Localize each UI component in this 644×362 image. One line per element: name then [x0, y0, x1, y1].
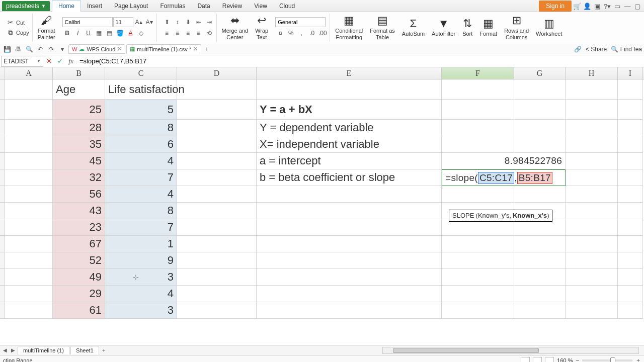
cell[interactable]: [5, 286, 53, 302]
cell[interactable]: [618, 79, 643, 100]
cell-age[interactable]: 56: [53, 186, 105, 203]
maximize-icon[interactable]: ▢: [633, 2, 642, 11]
cell-e[interactable]: [257, 286, 442, 302]
menu-view[interactable]: View: [248, 1, 273, 12]
cell-life-sat[interactable]: 4: [105, 186, 177, 203]
cell[interactable]: [566, 302, 618, 319]
name-box[interactable]: ETADIST▼: [1, 56, 43, 67]
cell-life-sat[interactable]: 4: [105, 286, 177, 302]
cell[interactable]: [618, 120, 643, 136]
font-name-select[interactable]: [62, 17, 113, 27]
menu-formulas[interactable]: Formulas: [154, 1, 191, 12]
cell[interactable]: [177, 203, 257, 219]
cell[interactable]: [5, 203, 53, 219]
cell-age[interactable]: 61: [53, 302, 105, 319]
sheet-tab-1[interactable]: multiTimeline (1): [18, 346, 69, 354]
align-center-icon[interactable]: ≡: [173, 28, 183, 38]
grow-font-icon[interactable]: A▴: [134, 17, 144, 27]
inc-decimal-icon[interactable]: .0: [307, 28, 317, 38]
sort-button[interactable]: ⇅Sort: [460, 14, 474, 42]
menu-review[interactable]: Review: [216, 1, 248, 12]
cell[interactable]: [618, 153, 643, 169]
cell-life-sat[interactable]: 7: [105, 219, 177, 236]
cell[interactable]: [442, 302, 514, 319]
col-header-d[interactable]: D: [177, 67, 257, 79]
cell[interactable]: [5, 100, 53, 120]
cell-life-sat[interactable]: 7: [105, 169, 177, 186]
cell[interactable]: [618, 236, 643, 252]
menu-cloud[interactable]: Cloud: [273, 1, 301, 12]
cell-age[interactable]: 45: [53, 153, 105, 169]
close-tab-icon[interactable]: ✕: [193, 46, 198, 52]
cell[interactable]: [618, 269, 643, 286]
cell-age[interactable]: 32: [53, 169, 105, 186]
clear-format-icon[interactable]: ◇: [136, 28, 146, 38]
cell[interactable]: [566, 120, 618, 136]
cell[interactable]: [618, 169, 643, 186]
bold-icon[interactable]: B: [62, 28, 72, 38]
cell[interactable]: [177, 252, 257, 269]
enter-formula-icon[interactable]: ✓: [54, 56, 65, 67]
cell-intercept[interactable]: 8.984522786: [442, 153, 566, 169]
find-button[interactable]: 🔍 Find fea: [611, 46, 642, 53]
cell[interactable]: [566, 236, 618, 252]
cell[interactable]: [177, 79, 257, 100]
cell[interactable]: [177, 269, 257, 286]
cell-e[interactable]: a = intercept: [257, 153, 442, 169]
cell-age[interactable]: 23: [53, 219, 105, 236]
sheet-tab-2[interactable]: Sheet1: [70, 346, 99, 354]
cell[interactable]: [177, 236, 257, 252]
col-header-b[interactable]: B: [53, 67, 105, 79]
cell[interactable]: [566, 136, 618, 153]
col-header-f[interactable]: F: [442, 67, 514, 79]
cell[interactable]: [514, 79, 566, 100]
cell[interactable]: [5, 136, 53, 153]
cell[interactable]: [514, 100, 566, 120]
cell-e[interactable]: [257, 203, 442, 219]
cell-life-sat[interactable]: 1: [105, 236, 177, 252]
cell-age[interactable]: 52: [53, 252, 105, 269]
close-tab-icon[interactable]: ✕: [117, 46, 122, 52]
cell[interactable]: [5, 186, 53, 203]
italic-icon[interactable]: I: [73, 28, 83, 38]
currency-icon[interactable]: ¤: [275, 28, 285, 38]
fx-icon[interactable]: fx: [65, 56, 76, 67]
cell-age[interactable]: 35: [53, 136, 105, 153]
cell[interactable]: [514, 186, 566, 203]
cell-age[interactable]: 25: [53, 100, 105, 120]
format-painter-button[interactable]: 🖌Format Painter: [36, 14, 57, 42]
qat-dropdown-icon[interactable]: ▾: [57, 44, 67, 54]
fill-color-icon[interactable]: 🪣: [115, 28, 125, 38]
cell[interactable]: [566, 286, 618, 302]
cell-c-header[interactable]: Life satisfaction: [105, 79, 177, 100]
cell[interactable]: [566, 203, 618, 219]
signin-button[interactable]: Sign in: [539, 1, 572, 12]
wrap-text-button[interactable]: ↩Wrap Text: [253, 14, 270, 42]
cell[interactable]: [177, 153, 257, 169]
menu-home[interactable]: Home: [52, 0, 81, 12]
cell[interactable]: [5, 236, 53, 252]
cell-age[interactable]: 43: [53, 203, 105, 219]
cell-age[interactable]: 29: [53, 286, 105, 302]
cell-e[interactable]: [257, 252, 442, 269]
cell[interactable]: [514, 136, 566, 153]
cell[interactable]: [442, 269, 514, 286]
cell-age[interactable]: 49: [53, 269, 105, 286]
cell[interactable]: [442, 136, 514, 153]
conditional-formatting-button[interactable]: ▦Conditional Formatting: [333, 14, 365, 42]
cell[interactable]: [5, 79, 53, 100]
autosum-button[interactable]: ΣAutoSum: [400, 14, 427, 42]
cell[interactable]: [442, 286, 514, 302]
cell-e[interactable]: [257, 219, 442, 236]
underline-icon[interactable]: U: [84, 28, 94, 38]
add-tab-button[interactable]: ＋: [202, 45, 211, 54]
cell[interactable]: [618, 252, 643, 269]
cell-age[interactable]: 28: [53, 120, 105, 136]
zoom-level[interactable]: 160 %: [557, 357, 573, 363]
cancel-formula-icon[interactable]: ✕: [43, 56, 54, 67]
cell-b-header[interactable]: Age: [53, 79, 105, 100]
view-break-icon[interactable]: [545, 357, 554, 363]
cell[interactable]: [5, 302, 53, 319]
menu-data[interactable]: Data: [191, 1, 216, 12]
copy-button[interactable]: ⧉Copy: [5, 28, 30, 37]
